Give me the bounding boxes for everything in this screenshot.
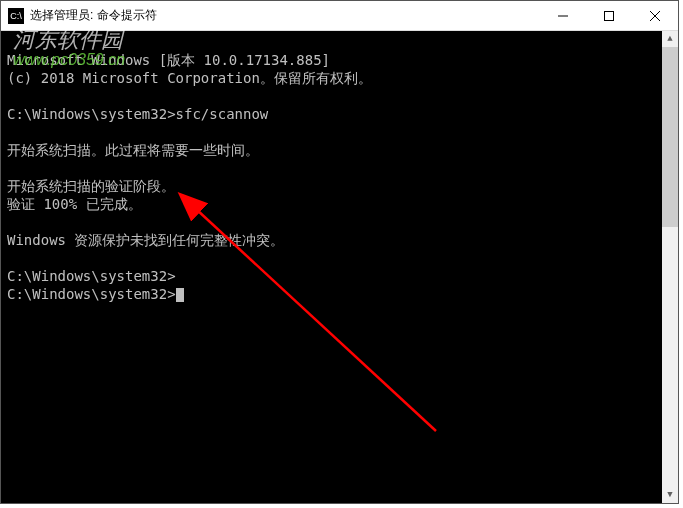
- minimize-button[interactable]: [540, 1, 586, 31]
- window-controls: [540, 1, 678, 31]
- terminal-line: Microsoft Windows [版本 10.0.17134.885]: [7, 52, 330, 68]
- window-title: 选择管理员: 命令提示符: [30, 7, 157, 24]
- terminal-line: 开始系统扫描。此过程将需要一些时间。: [7, 142, 259, 158]
- terminal-output[interactable]: Microsoft Windows [版本 10.0.17134.885] (c…: [1, 31, 662, 503]
- cmd-icon: C:\: [8, 8, 24, 24]
- terminal-line: C:\Windows\system32>: [7, 268, 176, 284]
- scroll-thumb[interactable]: [662, 47, 678, 227]
- scroll-up-button[interactable]: ▲: [662, 31, 678, 47]
- titlebar[interactable]: C:\ 选择管理员: 命令提示符: [1, 1, 678, 31]
- terminal-line: (c) 2018 Microsoft Corporation。保留所有权利。: [7, 70, 372, 86]
- terminal-line: C:\Windows\system32>sfc/scannow: [7, 106, 268, 122]
- terminal-line: Windows 资源保护未找到任何完整性冲突。: [7, 232, 284, 248]
- terminal-line: 开始系统扫描的验证阶段。: [7, 178, 175, 194]
- cmd-icon-label: C:\: [10, 11, 22, 21]
- maximize-button[interactable]: [586, 1, 632, 31]
- cursor-icon: [176, 288, 184, 302]
- svg-rect-1: [605, 12, 614, 21]
- close-button[interactable]: [632, 1, 678, 31]
- terminal-line: C:\Windows\system32>: [7, 286, 176, 302]
- vertical-scrollbar[interactable]: ▲ ▼: [662, 31, 678, 503]
- scroll-down-button[interactable]: ▼: [662, 487, 678, 503]
- terminal-line: 验证 100% 已完成。: [7, 196, 142, 212]
- command-prompt-window: C:\ 选择管理员: 命令提示符 Microsoft Windows [版本 1…: [0, 0, 679, 504]
